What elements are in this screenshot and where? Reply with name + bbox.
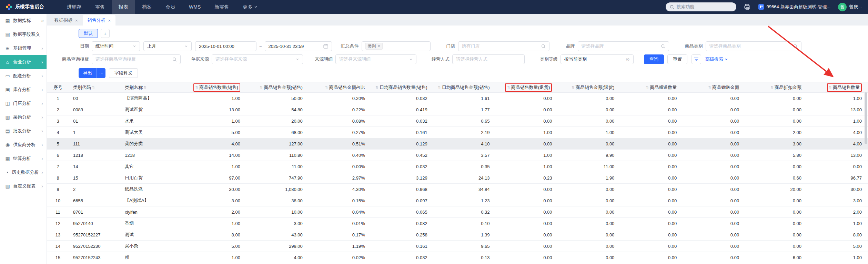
add-preset-button[interactable]: + bbox=[101, 29, 110, 38]
sidebar-item-inventory-analysis[interactable]: ▣ 库存分析 › bbox=[0, 83, 47, 97]
source-filter-select[interactable]: 请选择单据来源 bbox=[212, 54, 303, 64]
stat-time-select[interactable]: 统计时间 bbox=[92, 41, 140, 51]
sort-icon[interactable]: ⇅ bbox=[708, 85, 711, 89]
template-filter-input[interactable]: 请选择商品查询模板 bbox=[92, 54, 181, 64]
table-row[interactable]: 2 0089 测试百货 13.00 54.80 0.22% 0.419 1.77… bbox=[47, 104, 868, 115]
col-discount-amount[interactable]: ⇅商品折扣金额 bbox=[743, 84, 806, 91]
sort-icon[interactable]: ⇅ bbox=[829, 85, 832, 89]
close-icon[interactable]: × bbox=[108, 18, 111, 23]
tab-data-metrics[interactable]: 数据指标 × bbox=[50, 15, 83, 26]
sort-icon[interactable]: ⇅ bbox=[646, 85, 649, 89]
col-sales-amount[interactable]: ⇅商品销售金额(销售) bbox=[244, 84, 307, 91]
table-row[interactable]: 10 6655 【A测试A】 3.00 38.00 0.15% 0.097 1.… bbox=[47, 195, 868, 206]
col-net-sales-qty[interactable]: ⇅商品销售数量 bbox=[806, 83, 868, 92]
table-row[interactable]: 3 01 水果 1.00 20.00 0.08% 0.032 0.65 0.00… bbox=[47, 115, 868, 127]
query-button[interactable]: 查询 bbox=[644, 54, 664, 64]
nav-item-new-retail[interactable]: 新零售 bbox=[208, 0, 236, 14]
sort-icon[interactable]: ⇅ bbox=[507, 85, 510, 89]
col-sales-qty[interactable]: ⇅商品销售数量(销售) bbox=[182, 83, 244, 92]
table-row[interactable]: 8 15 日用百货 97.00 747.90 2.97% 3.129 24.13… bbox=[47, 172, 868, 184]
table-row[interactable]: 4 1 测试大类 5.00 68.00 0.27% 0.161 2.19 1.0… bbox=[47, 127, 868, 138]
table-row[interactable]: 6 1218 1218 14.00 110.80 0.40% 0.452 3.5… bbox=[47, 150, 868, 161]
store-filter-input[interactable]: 所有门店 bbox=[458, 41, 549, 51]
table-row[interactable]: 5 111 菜的分类 4.00 127.00 0.51% 0.129 4.10 … bbox=[47, 138, 868, 150]
date-to-input[interactable]: 2025-10-31 23:59 bbox=[265, 41, 332, 51]
sidebar-item-field-definitions[interactable]: ▤ 数据字段释义 bbox=[0, 28, 47, 41]
col-daily-avg-sales-amount[interactable]: ⇅日均商品销售金额(销售) bbox=[432, 84, 494, 91]
calculator-icon: ▦ bbox=[5, 156, 10, 161]
category-filter-input[interactable]: 请选择商品类别 bbox=[706, 41, 801, 51]
brand-filter-input[interactable]: 请选择品牌 bbox=[578, 41, 669, 51]
nav-item-members[interactable]: 会员 bbox=[159, 0, 182, 14]
sidebar-item-data-metrics[interactable]: ▦ 数据指标 « bbox=[0, 14, 47, 28]
field-definition-button[interactable]: 字段释义 bbox=[109, 68, 138, 78]
printer-icon[interactable] bbox=[744, 4, 750, 10]
sort-icon[interactable]: ⇅ bbox=[195, 85, 198, 89]
table-row[interactable]: 12 95270140 香烟 1.00 3.00 0.01% 0.032 0.1… bbox=[47, 218, 868, 229]
nav-item-reports[interactable]: 报表 bbox=[112, 0, 135, 14]
reset-button[interactable]: 重置 bbox=[667, 54, 687, 64]
col-return-qty[interactable]: ⇅商品销售数量(退货) bbox=[494, 83, 556, 92]
table-row[interactable]: 7 14 其它 1.00 11.00 0.00% 0.032 0.35 1.00… bbox=[47, 161, 868, 172]
nav-item-more[interactable]: 更多 bbox=[236, 0, 264, 14]
col-daily-avg-sales-qty[interactable]: ⇅日均商品销售数量(销售) bbox=[369, 84, 432, 91]
summary-condition-input[interactable]: 类别 × bbox=[362, 41, 431, 51]
close-icon[interactable]: × bbox=[75, 18, 78, 23]
vertical-scrollbar[interactable] bbox=[865, 92, 867, 263]
remove-tag-icon[interactable]: × bbox=[378, 44, 380, 49]
export-more-button[interactable]: ⋯ bbox=[97, 68, 105, 78]
sort-icon[interactable]: ⇅ bbox=[572, 85, 574, 89]
cell-seq: 8 bbox=[47, 175, 69, 181]
nav-item-purchase-sale-stock[interactable]: 进销存 bbox=[60, 0, 88, 14]
col-return-amount[interactable]: ⇅商品销售金额(退货) bbox=[556, 84, 618, 91]
col-category-name[interactable]: 类别名称⇅ bbox=[121, 84, 182, 91]
sidebar-item-custom-reports[interactable]: ▧ 自定义报表 › bbox=[0, 179, 47, 193]
export-button[interactable]: 导出 bbox=[79, 68, 97, 78]
col-gift-amount[interactable]: ⇅商品赠送金额 bbox=[681, 84, 743, 91]
tab-sales-analysis[interactable]: 销售分析 × bbox=[83, 15, 116, 26]
sort-icon[interactable]: ⇅ bbox=[376, 85, 379, 89]
mode-filter-input[interactable]: 请选择经营方式 bbox=[452, 54, 525, 64]
source-detail-filter-select[interactable]: 请选择来源明细 bbox=[335, 54, 416, 64]
global-search-input[interactable]: 搜索功能 bbox=[666, 2, 736, 11]
table-row[interactable]: 1 00 【演示商品】 1.00 50.00 0.20% 0.032 1.61 … bbox=[47, 93, 868, 104]
col-sales-amount-ratio[interactable]: ⇅商品销售金额占比 bbox=[307, 84, 369, 91]
sidebar-item-purchase-analysis[interactable]: ▥ 采购分析 › bbox=[0, 110, 47, 124]
preset-default-button[interactable]: 默认 bbox=[79, 29, 98, 38]
cell-sales-ratio: 0.02% bbox=[307, 255, 369, 260]
sort-icon[interactable]: ⇅ bbox=[260, 85, 263, 89]
table-row[interactable]: 9 2 纸品洗涤 30.00 1,080.00 4.30% 0.968 34.8… bbox=[47, 184, 868, 195]
sidebar-item-settlement-analysis[interactable]: ▦ 结算分析 › bbox=[0, 152, 47, 165]
sort-icon[interactable]: ⇅ bbox=[771, 85, 774, 89]
sidebar-item-history-analysis[interactable]: ◔ 历史数据分析 › bbox=[0, 165, 47, 179]
table-row[interactable]: 11 8701 xiyifen 2.00 10.00 0.04% 0.065 0… bbox=[47, 206, 868, 218]
scrollbar-thumb[interactable] bbox=[865, 92, 867, 144]
clear-icon[interactable]: ⊗ bbox=[626, 57, 630, 62]
nav-item-retail[interactable]: 零售 bbox=[88, 0, 112, 14]
level-filter-select[interactable]: 按当前类别 ⊗ bbox=[561, 54, 634, 64]
table-row[interactable]: 15 95270152243 粗 1.00 4.00 0.02% 0.032 0… bbox=[47, 252, 868, 263]
sort-icon[interactable]: ⇅ bbox=[438, 85, 441, 89]
collapse-sidebar-icon[interactable]: « bbox=[41, 18, 43, 23]
user-menu[interactable]: 曾 曾庆... bbox=[838, 3, 862, 11]
store-selector[interactable]: 99664-新界面商超版测试-管理... bbox=[758, 4, 831, 10]
sort-icon[interactable]: ⇅ bbox=[325, 85, 328, 89]
date-from-input[interactable]: 2025-10-01 00:00 bbox=[195, 41, 256, 51]
col-category-code[interactable]: 类别代码⇅ bbox=[69, 84, 121, 91]
advanced-search-link[interactable]: 高级搜索 bbox=[705, 56, 728, 62]
sidebar-item-store-analysis[interactable]: ◫ 门店分析 › bbox=[0, 97, 47, 110]
sidebar-item-basic-management[interactable]: ⊞ 基础管理 › bbox=[0, 41, 47, 55]
sort-icon[interactable]: ⇅ bbox=[92, 85, 95, 89]
sidebar-item-supplier-analysis[interactable]: ◉ 供应商分析 › bbox=[0, 138, 47, 152]
sidebar-item-business-analysis[interactable]: ⌂ 营业分析 › bbox=[0, 55, 47, 69]
sidebar-item-wholesale-analysis[interactable]: ▤ 批发分析 › bbox=[0, 124, 47, 138]
period-select[interactable]: 上月 bbox=[143, 41, 192, 51]
sidebar-item-delivery-analysis[interactable]: ▭ 配送分析 › bbox=[0, 69, 47, 83]
table-row[interactable]: 13 95270152227 测试 8.00 43.00 0.17% 0.258… bbox=[47, 229, 868, 241]
table-row[interactable]: 14 95270152230 采小杂 5.00 299.00 1.19% 0.1… bbox=[47, 241, 868, 252]
nav-item-wms[interactable]: WMS bbox=[182, 0, 208, 14]
col-gift-qty[interactable]: ⇅商品赠送数量 bbox=[618, 84, 681, 91]
nav-item-archives[interactable]: 档案 bbox=[135, 0, 159, 14]
column-settings-button[interactable] bbox=[692, 54, 701, 64]
sort-icon[interactable]: ⇅ bbox=[144, 85, 147, 89]
